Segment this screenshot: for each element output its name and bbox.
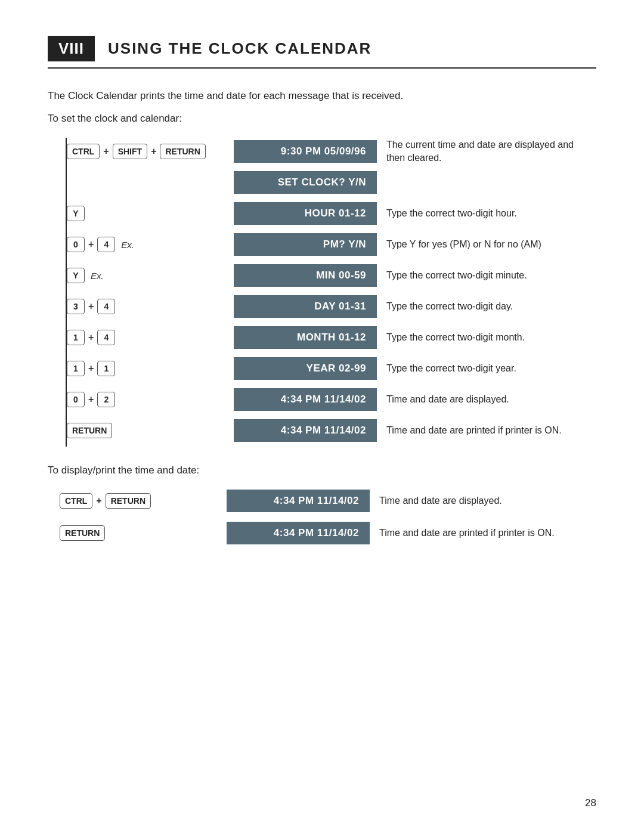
keyboard-key: SHIFT — [113, 144, 147, 159]
display-print-section: CTRL+RETURN4:34 PM 11/14/02Time and date… — [60, 487, 596, 547]
key-plus-symbol: + — [96, 496, 101, 506]
display-box: SET CLOCK? Y/N — [234, 171, 377, 194]
keyboard-key: 4 — [97, 299, 115, 314]
instruction-row: 0+4Ex.PM? Y/NType Y for yes (PM) or N fo… — [67, 231, 589, 258]
key-area: 1+4 — [67, 330, 234, 345]
display-box: YEAR 02-99 — [234, 357, 377, 380]
key-area: CTRL+SHIFT+RETURN — [67, 144, 234, 159]
instruction-row: 0+24:34 PM 11/14/02Time and date are dis… — [67, 386, 589, 413]
instruction-row: 1+1YEAR 02-99Type the correct two-digit … — [67, 355, 589, 382]
keyboard-key: 2 — [97, 392, 115, 407]
display-box: 4:34 PM 11/14/02 — [234, 388, 377, 411]
description-text: Time and date are displayed. — [386, 393, 509, 406]
instruction-row: RETURN4:34 PM 11/14/02Time and date are … — [60, 519, 596, 547]
key-area: YEx. — [67, 268, 234, 283]
description-text: Time and date are displayed. — [379, 494, 502, 507]
key-plus-symbol: + — [88, 332, 94, 343]
key-example-label: Ex. — [121, 240, 134, 250]
section-badge: VIII — [48, 36, 95, 61]
keyboard-key: 4 — [97, 330, 115, 345]
description-text: Type the correct two-digit month. — [386, 331, 525, 344]
key-area: Y — [67, 206, 234, 221]
keyboard-key: RETURN — [67, 423, 112, 438]
description-text: Type Y for yes (PM) or N for no (AM) — [386, 238, 541, 251]
keyboard-key: Y — [67, 206, 85, 221]
description-text: Type the correct two-digit year. — [386, 362, 516, 375]
keyboard-key: 1 — [67, 330, 85, 345]
display-section-label: To display/print the time and date: — [48, 465, 596, 476]
instruction-row: 3+4DAY 01-31Type the correct two-digit d… — [67, 293, 589, 320]
key-area: CTRL+RETURN — [60, 493, 227, 509]
description-text: Type the correct two-digit minute. — [386, 269, 527, 282]
display-box: HOUR 01-12 — [234, 202, 377, 225]
description-text: Time and date are printed if printer is … — [386, 424, 562, 437]
display-box: DAY 01-31 — [234, 295, 377, 318]
instruction-row: SET CLOCK? Y/N — [67, 169, 589, 196]
description-text: The current time and date are displayed … — [386, 138, 589, 164]
page-header: VIII USING THE CLOCK CALENDAR — [48, 36, 596, 69]
section-title: USING THE CLOCK CALENDAR — [108, 39, 371, 58]
keyboard-key: RETURN — [160, 144, 205, 159]
keyboard-key: 4 — [97, 237, 115, 252]
display-box: PM? Y/N — [234, 233, 377, 256]
display-box: 4:34 PM 11/14/02 — [227, 490, 370, 512]
display-box: 4:34 PM 11/14/02 — [234, 419, 377, 442]
instruction-rows: CTRL+SHIFT+RETURN9:30 PM 05/09/96The cur… — [67, 138, 589, 447]
keyboard-key: CTRL — [67, 144, 100, 159]
key-example-label: Ex. — [91, 271, 104, 281]
description-text: Time and date are printed if printer is … — [379, 527, 555, 540]
keyboard-key: RETURN — [106, 493, 151, 509]
keyboard-key: 1 — [67, 361, 85, 376]
key-area: RETURN — [60, 525, 227, 541]
set-clock-section: CTRL+SHIFT+RETURN9:30 PM 05/09/96The cur… — [60, 138, 596, 447]
intro-text: The Clock Calendar prints the time and d… — [48, 90, 596, 102]
set-section-label: To set the clock and calendar: — [48, 113, 596, 125]
key-area: 3+4 — [67, 299, 234, 314]
instruction-row: CTRL+RETURN4:34 PM 11/14/02Time and date… — [60, 487, 596, 515]
keyboard-key: 1 — [97, 361, 115, 376]
display-box: 9:30 PM 05/09/96 — [234, 140, 377, 163]
instruction-row: YHOUR 01-12Type the correct two-digit ho… — [67, 200, 589, 227]
key-plus-symbol: + — [88, 239, 94, 250]
description-text: Type the correct two-digit day. — [386, 300, 513, 313]
keyboard-key: 0 — [67, 392, 85, 407]
instruction-row: 1+4MONTH 01-12Type the correct two-digit… — [67, 324, 589, 351]
key-plus-symbol: + — [88, 363, 94, 374]
keyboard-key: CTRL — [60, 493, 92, 509]
key-area: 0+2 — [67, 392, 234, 407]
display-box: MONTH 01-12 — [234, 326, 377, 349]
key-plus-symbol: + — [88, 301, 94, 312]
key-plus-symbol: + — [151, 146, 156, 157]
keyboard-key: 0 — [67, 237, 85, 252]
display-box: 4:34 PM 11/14/02 — [227, 522, 370, 544]
key-plus-symbol: + — [103, 146, 109, 157]
key-plus-symbol: + — [88, 394, 94, 405]
key-area: RETURN — [67, 423, 234, 438]
instruction-row: RETURN4:34 PM 11/14/02Time and date are … — [67, 417, 589, 444]
description-text: Type the correct two-digit hour. — [386, 207, 517, 220]
key-area: 1+1 — [67, 361, 234, 376]
page-number: 28 — [585, 797, 596, 809]
keyboard-key: Y — [67, 268, 85, 283]
instruction-row: YEx.MIN 00-59Type the correct two-digit … — [67, 262, 589, 289]
instruction-row: CTRL+SHIFT+RETURN9:30 PM 05/09/96The cur… — [67, 138, 589, 165]
display-box: MIN 00-59 — [234, 264, 377, 287]
keyboard-key: RETURN — [60, 525, 105, 541]
keyboard-key: 3 — [67, 299, 85, 314]
key-area: 0+4Ex. — [67, 237, 234, 252]
